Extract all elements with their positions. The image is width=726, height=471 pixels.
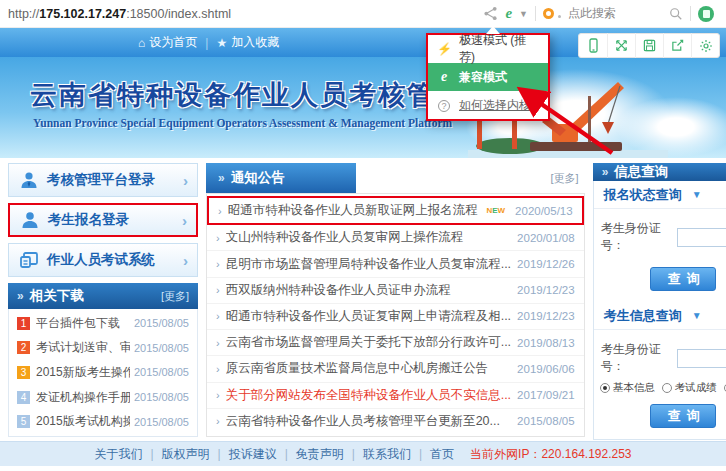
search-logo-dot (558, 15, 561, 18)
mobile-icon[interactable] (579, 33, 607, 58)
search-icon[interactable] (669, 7, 683, 21)
add-favorite-label: 加入收藏 (231, 34, 279, 51)
extension-icon[interactable] (698, 6, 714, 22)
rank-badge: 5 (17, 415, 30, 428)
divider: | (150, 447, 153, 461)
query-button[interactable]: 查询 (650, 267, 716, 291)
downloads-list: 1平台插件包下载2015/08/05 2考试计划送审、审核 ...2015/08… (8, 309, 198, 437)
footer-link-complaints[interactable]: 投诉建议 (229, 446, 277, 463)
query-body: 报名状态查询▼ 考生身份证号： 查询 考生信息查询▼ 考生身份证号： 基本信息 … (593, 181, 726, 440)
capture-icon[interactable] (607, 33, 635, 58)
list-item[interactable]: 52015版考试机构操...2015/08/05 (9, 409, 197, 434)
list-item[interactable]: ›云南省特种设备作业人员考核管理平台更新至20...2015/08/05 (207, 409, 584, 434)
main-content: 考核管理平台登录 › 考生报名登录 › 作业人员考试系统 › » 相关下载 [更… (8, 163, 718, 437)
downloads-more-link[interactable]: [更多] (161, 289, 189, 304)
footer-link-home[interactable]: 首页 (430, 446, 454, 463)
menu-item-label: 兼容模式 (459, 69, 507, 86)
sidebar-item-exam-system[interactable]: 作业人员考试系统 › (8, 243, 198, 277)
browser-address-bar[interactable]: http://175.102.17.247:18500/index.shtml … (0, 0, 726, 28)
list-item[interactable]: 1平台插件包下载2015/08/05 (9, 311, 197, 336)
save-icon[interactable] (635, 33, 663, 58)
divider (535, 6, 536, 21)
footer-link-contact[interactable]: 联系我们 (363, 446, 411, 463)
site-subtitle: Yunnan Province Special Equipment Operat… (33, 117, 452, 129)
menu-item-kernel-help[interactable]: ?如何选择内核 (428, 91, 548, 119)
sidebar-item-admin-login[interactable]: 考核管理平台登录 › (8, 163, 198, 197)
list-item[interactable]: 4发证机构操作手册2015/08/05 (9, 385, 197, 410)
rank-badge: 4 (17, 391, 30, 404)
radio-icon (600, 383, 610, 393)
arrow-bullet-icon: › (216, 363, 220, 375)
rank-badge: 2 (17, 341, 30, 354)
list-item[interactable]: ›昭通市特种设备作业人员证复审网上申请流程及相...2019/12/23 (207, 304, 584, 330)
list-item[interactable]: ›文山州特种设备作业人员复审网上操作流程2020/01/08 (207, 225, 584, 251)
candidate-info-section[interactable]: 考生信息查询▼ (594, 302, 726, 330)
menu-caret (486, 26, 500, 34)
divider: | (419, 447, 422, 461)
list-item[interactable]: ›云南省市场监督管理局关于委托下放部分行政许可...2019/08/13 (207, 330, 584, 356)
divider: | (285, 447, 288, 461)
list-item[interactable]: ›原云南省质量技术监督局信息中心机房搬迁公告2019/06/06 (207, 356, 584, 382)
url-host: 175.102.17.247 (39, 7, 126, 21)
id-number-form: 考生身份证号： (594, 209, 726, 258)
id-number-form: 考生身份证号： (594, 330, 726, 379)
id-number-input[interactable] (677, 228, 726, 247)
id-number-input[interactable] (677, 349, 726, 368)
list-item[interactable]: ›西双版纳州特种设备作业人员证申办流程2019/12/23 (207, 278, 584, 304)
tab-notices[interactable]: »通知公告 (206, 163, 356, 193)
section-label: 考生信息查询 (604, 307, 682, 325)
chevron-down-icon[interactable]: ▼ (519, 9, 528, 19)
divider: | (218, 447, 221, 461)
footer-link-disclaimer[interactable]: 免责声明 (296, 446, 344, 463)
list-item[interactable]: ›昭通市特种设备作业人员新取证网上报名流程NEW2020/05/13 (207, 196, 584, 225)
arrow-bullet-icon: › (216, 337, 220, 349)
url-prefix: http:// (8, 7, 39, 21)
downloads-title: 相关下载 (30, 287, 84, 305)
registration-status-section[interactable]: 报名状态查询▼ (594, 181, 726, 209)
notices-more-link[interactable]: [更多] (551, 171, 585, 186)
sidebar-item-label: 考核管理平台登录 (47, 171, 183, 189)
search-box[interactable]: 点此搜索 (568, 5, 616, 22)
menu-item-compat-mode[interactable]: e兼容模式 (428, 63, 548, 91)
radio-exam-score[interactable]: 考试成绩 (662, 381, 717, 395)
footer-link-about[interactable]: 关于我们 (94, 446, 142, 463)
external-ip-label: 当前外网IP：220.164.192.253 (470, 446, 631, 463)
notices-list: ›昭通市特种设备作业人员新取证网上报名流程NEW2020/05/13 ›文山州特… (206, 193, 585, 437)
sidebar-item-label: 作业人员考试系统 (47, 251, 183, 269)
add-favorite-link[interactable]: ★加入收藏 (216, 34, 279, 51)
settings-icon[interactable] (691, 33, 719, 58)
person-tie-icon (18, 170, 40, 190)
site-footer: 关于我们| 版权声明| 投诉建议| 免责声明| 联系我们| 首页 当前外网IP：… (0, 441, 726, 466)
list-item[interactable]: ›昆明市市场监督管理局特种设备作业人员复审流程...2019/12/26 (207, 251, 584, 277)
notices-panel: »通知公告 [更多] ›昭通市特种设备作业人员新取证网上报名流程NEW2020/… (206, 163, 585, 437)
query-button[interactable]: 查询 (650, 404, 716, 428)
ie-icon: e (437, 69, 451, 85)
list-item[interactable]: ›关于部分网站发布全国特种设备作业人员不实信息...2017/09/21 (207, 383, 584, 409)
menu-item-speed-mode[interactable]: ⚡极速模式 (推荐) (428, 35, 548, 63)
sidebar-item-candidate-login[interactable]: 考生报名登录 › (8, 203, 198, 237)
set-home-link[interactable]: ⌂设为首页 (138, 34, 197, 51)
arrow-bullet-icon: › (216, 284, 220, 296)
radio-basic-info[interactable]: 基本信息 (600, 381, 655, 395)
menu-item-label: 极速模式 (推荐) (459, 32, 539, 66)
arrow-bullet-icon: › (216, 389, 220, 401)
radio-label: 考试成绩 (675, 381, 717, 395)
browser-toolbar (578, 33, 720, 58)
double-chevron-icon: » (17, 289, 24, 303)
search-logo-icon[interactable] (543, 8, 554, 19)
arrow-bullet-icon: › (216, 258, 220, 270)
question-icon: ? (437, 98, 451, 112)
share-page-icon[interactable] (663, 33, 691, 58)
query-panel: » 信息查询 报名状态查询▼ 考生身份证号： 查询 考生信息查询▼ 考生身份证号… (593, 163, 726, 437)
divider: | (352, 447, 355, 461)
list-item[interactable]: 2考试计划送审、审核 ...2015/08/05 (9, 336, 197, 361)
ie-mode-icon[interactable]: e (505, 5, 512, 22)
arrow-bullet-icon: › (216, 310, 220, 322)
list-item[interactable]: 32015新版考生操作...2015/08/05 (9, 360, 197, 385)
share-icon[interactable] (483, 6, 498, 21)
notices-tabbar: »通知公告 [更多] (206, 163, 585, 193)
url-text[interactable]: http://175.102.17.247:18500/index.shtml (8, 7, 231, 21)
lightning-icon: ⚡ (437, 42, 451, 56)
sidebar-item-label: 考生报名登录 (48, 211, 182, 229)
footer-link-copyright[interactable]: 版权声明 (162, 446, 210, 463)
